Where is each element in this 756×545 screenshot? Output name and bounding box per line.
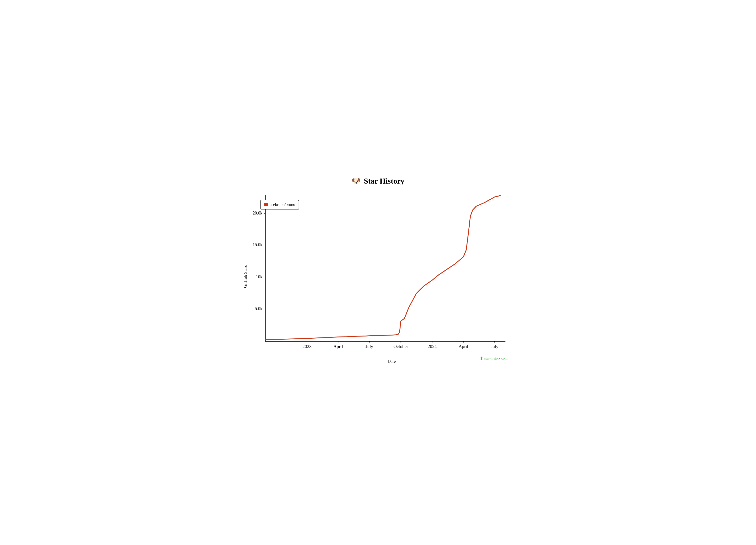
chart-title: 🐶 Star History [246, 177, 510, 186]
chart-container: 🐶 Star History GitHub Stars 5.0k 10k 15.… [246, 177, 510, 368]
svg-text:July: July [491, 344, 498, 349]
chart-svg: 5.0k 10k 15.0k 20.0k 2023 April July O [246, 190, 510, 358]
chart-legend: usebruno/bruno [260, 200, 299, 210]
svg-text:October: October [393, 344, 408, 349]
star-history-line [265, 196, 500, 340]
watermark: ✳ star-history.com [480, 356, 508, 361]
title-text: Star History [364, 177, 404, 185]
svg-text:July: July [366, 344, 373, 349]
star-icon: ✳ [480, 356, 483, 361]
watermark-text: star-history.com [484, 356, 508, 360]
svg-text:April: April [333, 344, 343, 349]
dog-emoji: 🐶 [352, 177, 360, 185]
svg-text:10k: 10k [256, 274, 262, 279]
svg-text:20.0k: 20.0k [253, 211, 263, 216]
svg-text:2023: 2023 [302, 344, 312, 349]
x-axis-label: Date [388, 359, 396, 364]
svg-text:5.0k: 5.0k [255, 306, 263, 311]
svg-text:15.0k: 15.0k [253, 242, 263, 247]
legend-color-swatch [264, 203, 268, 206]
svg-text:April: April [459, 344, 468, 349]
svg-text:2024: 2024 [428, 344, 437, 349]
legend-repo-name: usebruno/bruno [270, 202, 295, 207]
chart-area: GitHub Stars 5.0k 10k 15.0k 20.0k [246, 190, 510, 363]
